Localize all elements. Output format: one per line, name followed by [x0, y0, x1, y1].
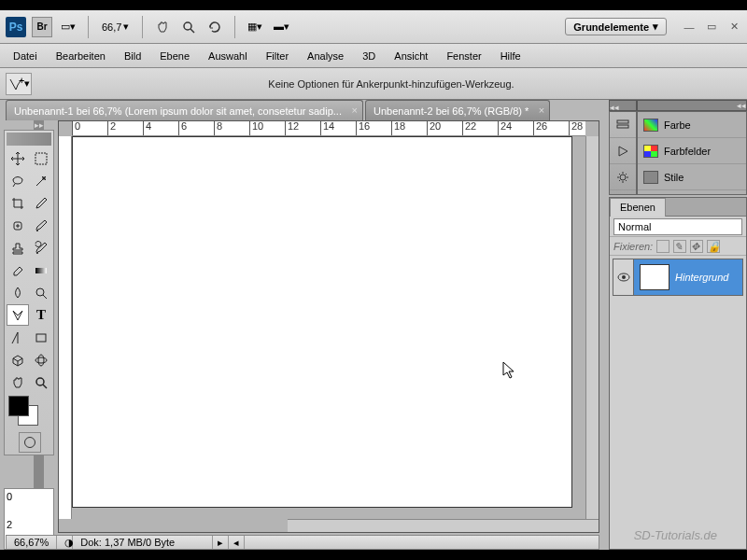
maximize-button[interactable]: ▭: [704, 21, 719, 34]
tab-ebenen[interactable]: Ebenen: [610, 198, 666, 217]
tool-3d[interactable]: [7, 349, 29, 371]
tab-1-close-icon[interactable]: ×: [352, 105, 358, 116]
menu-analyse[interactable]: Analyse: [298, 47, 353, 65]
tool-shape[interactable]: [30, 327, 52, 348]
menu-auswahl[interactable]: Auswahl: [199, 47, 257, 65]
panel-farbe[interactable]: Farbe: [638, 112, 746, 138]
tools-header[interactable]: [7, 133, 51, 146]
close-button[interactable]: ✕: [726, 21, 741, 34]
tool-dodge[interactable]: [30, 282, 52, 303]
canvas-area: 024681012141618202224262830: [58, 120, 599, 533]
rotate-icon[interactable]: [204, 17, 225, 37]
menu-hilfe[interactable]: Hilfe: [491, 47, 530, 65]
tool-eyedropper[interactable]: [30, 192, 52, 214]
tool-move[interactable]: [7, 147, 29, 169]
tool-history-brush[interactable]: [30, 237, 52, 259]
menu-bar: Datei Bearbeiten Bild Ebene Auswahl Filt…: [0, 44, 747, 68]
tool-stamp[interactable]: [7, 237, 29, 259]
quickmask-button[interactable]: [19, 432, 41, 453]
status-arrow-icon[interactable]: ▸: [213, 536, 229, 549]
blend-mode-select[interactable]: Normal: [613, 218, 742, 235]
layout-dropdown-icon[interactable]: ▭▾: [58, 17, 78, 37]
app-window: Ps Br ▭▾ 66,7 ▾ ▦▾ ▬▾ Grundelemente▾ — ▭…: [0, 10, 747, 550]
layer-item[interactable]: Hintergrund: [613, 259, 743, 296]
ruler-vertical[interactable]: [59, 136, 72, 519]
menu-datei[interactable]: Datei: [4, 47, 47, 65]
tool-blur[interactable]: [7, 282, 29, 303]
scrollbar-vertical[interactable]: [585, 136, 599, 519]
panel-stile[interactable]: Stile: [638, 164, 746, 190]
document-tab-2[interactable]: Unbenannt-2 bei 66,7% (RGB/8) * ×: [365, 100, 550, 120]
lock-pixels-icon[interactable]: ✎: [673, 240, 686, 253]
gear-icon[interactable]: [610, 164, 636, 190]
layers-tabs: Ebenen: [610, 198, 746, 217]
farbe-label: Farbe: [664, 119, 691, 131]
svg-point-10: [36, 378, 44, 385]
menu-ebene[interactable]: Ebene: [150, 47, 199, 65]
tool-3d-camera[interactable]: [30, 349, 52, 371]
status-arrow2-icon[interactable]: ◂: [229, 536, 245, 549]
canvas[interactable]: [73, 137, 571, 507]
tools-panel: T: [4, 130, 54, 455]
svg-point-15: [620, 175, 626, 180]
menu-3d[interactable]: 3D: [353, 47, 385, 65]
menu-ansicht[interactable]: Ansicht: [385, 47, 437, 65]
document-tab-1[interactable]: Unbenannt-1 bei 66,7% (Lorem ipsum dolor…: [6, 100, 363, 120]
tab-2-close-icon[interactable]: ×: [539, 105, 544, 116]
lock-all-icon[interactable]: 🔒: [707, 240, 720, 253]
status-bar: 66,67% ◑ Dok: 1,37 MB/0 Byte ▸ ◂: [6, 535, 599, 550]
tool-crop[interactable]: [7, 192, 29, 214]
lock-position-icon[interactable]: ✥: [690, 240, 703, 253]
panel-farbfelder[interactable]: Farbfelder: [638, 138, 746, 164]
status-icon[interactable]: ◑: [57, 536, 73, 549]
minimize-button[interactable]: —: [682, 21, 697, 34]
status-zoom[interactable]: 66,67%: [7, 536, 57, 549]
farbfelder-label: Farbfelder: [664, 146, 711, 157]
history-icon[interactable]: [610, 112, 636, 138]
menu-bearbeiten[interactable]: Bearbeiten: [47, 47, 115, 65]
zoom-icon[interactable]: [178, 17, 199, 37]
tool-wand[interactable]: [30, 170, 52, 191]
bridge-button[interactable]: Br: [32, 17, 52, 37]
ps-logo-icon[interactable]: Ps: [6, 17, 26, 37]
tab-2-label: Unbenannt-2 bei 66,7% (RGB/8) *: [374, 105, 529, 117]
color-swatches[interactable]: [7, 396, 52, 427]
tool-gradient[interactable]: [30, 259, 52, 281]
swatches-icon: [643, 145, 658, 158]
tool-pen[interactable]: [7, 304, 29, 326]
ruler-horizontal[interactable]: 024681012141618202224262830: [72, 121, 585, 136]
tool-hand[interactable]: [7, 371, 29, 393]
tool-brush[interactable]: [30, 215, 52, 236]
actions-icon[interactable]: [610, 138, 636, 164]
panel-collapse-bars[interactable]: ◂◂ ◂◂: [609, 100, 747, 111]
screen-mode-icon[interactable]: ▬▾: [271, 17, 291, 37]
tool-marquee[interactable]: [30, 147, 52, 169]
tool-lasso[interactable]: [7, 170, 29, 191]
foreground-color-swatch[interactable]: [8, 396, 29, 416]
tool-type[interactable]: T: [30, 304, 52, 326]
scrollbar-horizontal[interactable]: [288, 519, 599, 532]
tool-heal[interactable]: [7, 215, 29, 236]
status-doc[interactable]: Dok: 1,37 MB/0 Byte: [73, 536, 213, 549]
svg-point-8: [35, 357, 47, 363]
options-bar: +▾ Keine Optionen für Ankerpunkt-hinzufü…: [0, 68, 747, 100]
menu-filter[interactable]: Filter: [257, 47, 298, 65]
right-panels: ◂◂ ◂◂ Farbe Farbfelder Stil: [609, 100, 747, 550]
tool-eraser[interactable]: [7, 259, 29, 281]
menu-fenster[interactable]: Fenster: [437, 47, 490, 65]
arrange-icon[interactable]: ▦▾: [245, 17, 265, 37]
visibility-icon[interactable]: [613, 259, 634, 295]
lock-transparency-icon[interactable]: [656, 240, 669, 253]
current-tool-icon[interactable]: +▾: [6, 73, 32, 95]
title-bar: Ps Br ▭▾ 66,7 ▾ ▦▾ ▬▾ Grundelemente▾ — ▭…: [0, 10, 747, 44]
zoom-field[interactable]: 66,7 ▾: [98, 21, 133, 33]
tool-path[interactable]: [7, 327, 29, 348]
lock-label: Fixieren:: [613, 241, 653, 252]
layer-thumbnail[interactable]: [640, 264, 669, 290]
menu-bild[interactable]: Bild: [115, 47, 150, 65]
tool-zoom[interactable]: [30, 371, 52, 393]
workspace-switcher[interactable]: Grundelemente▾: [565, 18, 667, 35]
svg-rect-13: [617, 125, 628, 128]
svg-rect-3: [35, 153, 47, 164]
hand-icon[interactable]: [152, 17, 173, 37]
